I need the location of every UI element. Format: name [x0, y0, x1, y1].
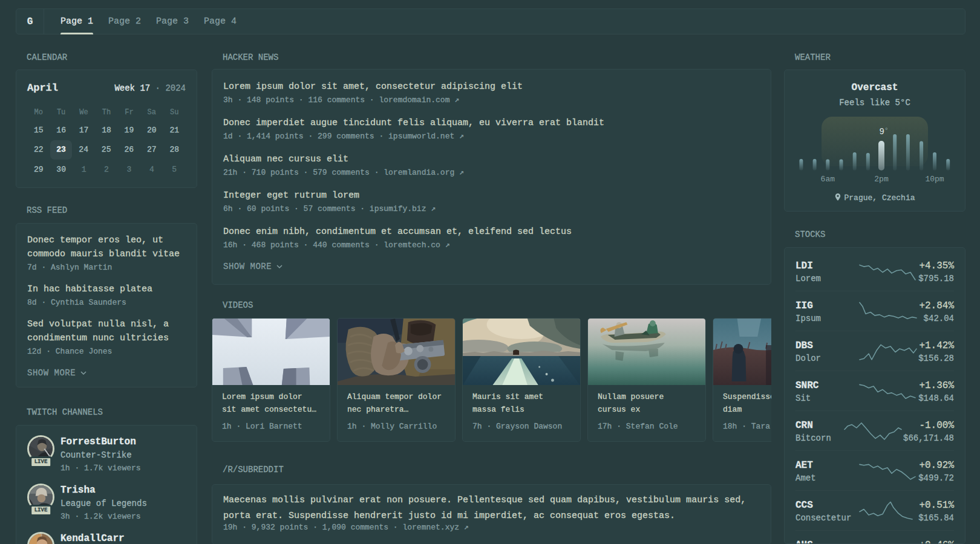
svg-text:2pm: 2pm: [874, 175, 889, 184]
svg-text:°: °: [884, 127, 889, 134]
svg-text:10pm: 10pm: [925, 175, 944, 184]
svg-text:9: 9: [880, 127, 884, 137]
svg-text:6am: 6am: [821, 175, 835, 184]
